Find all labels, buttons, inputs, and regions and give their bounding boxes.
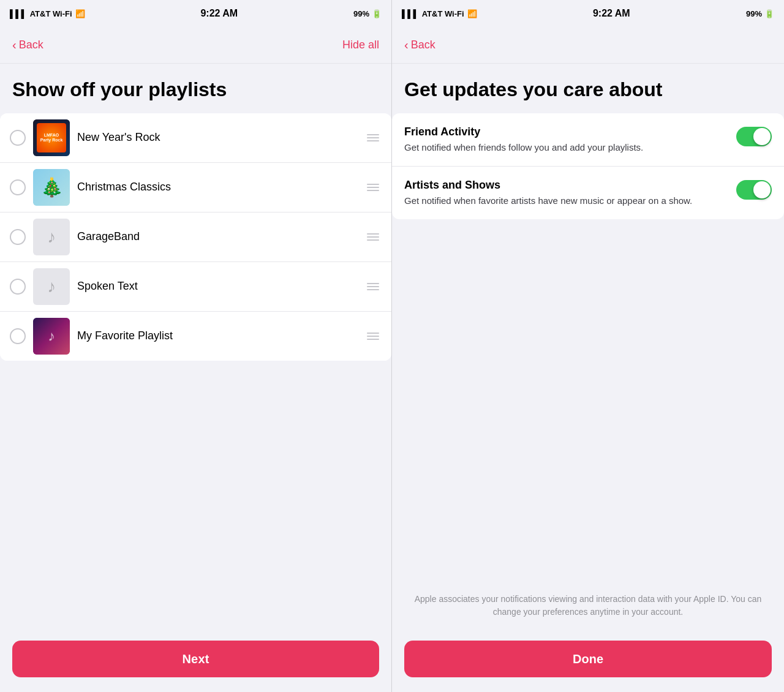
playlist-radio-garageband[interactable] <box>10 229 26 245</box>
right-time: 9:22 AM <box>593 8 630 19</box>
left-nav-bar: ‹ Back Hide all <box>0 27 391 64</box>
album-art-new-years-rock: LMFAOParty Rock <box>33 119 70 156</box>
left-status-bar: ▌▌▌ AT&T Wi-Fi 📶 9:22 AM 99% 🔋 <box>0 0 391 27</box>
playlist-item: 🎄 Christmas Classics <box>0 163 391 212</box>
drag-handle-spoken-text[interactable] <box>364 280 382 293</box>
friend-activity-text: Friend Activity Get notified when friend… <box>404 126 726 154</box>
chevron-left-icon: ‹ <box>404 38 409 52</box>
back-label: Back <box>19 39 43 51</box>
right-carrier-info: ▌▌▌ AT&T Wi-Fi 📶 <box>402 9 477 18</box>
album-art-my-favorite: ♪ <box>33 318 70 355</box>
artists-shows-text: Artists and Shows Get notified when favo… <box>404 179 726 207</box>
notification-item-friend-activity: Friend Activity Get notified when friend… <box>392 113 784 167</box>
drag-handle-christmas-classics[interactable] <box>364 181 382 194</box>
right-nav-bar: ‹ Back <box>392 27 784 64</box>
battery-icon: 🔋 <box>372 9 382 18</box>
footer-note: Apple associates your notifications view… <box>392 581 784 631</box>
wifi-icon: 📶 <box>75 9 85 18</box>
next-button[interactable]: Next <box>12 641 379 677</box>
drag-handle-new-years-rock[interactable] <box>364 132 382 144</box>
playlist-item: ♪ Spoken Text <box>0 262 391 312</box>
playlist-item: ♪ My Favorite Playlist <box>0 312 391 361</box>
playlist-radio-christmas-classics[interactable] <box>10 179 26 195</box>
battery-icon: 🔋 <box>764 9 774 18</box>
signal-icon: ▌▌▌ <box>10 9 27 18</box>
playlist-name-spoken-text: Spoken Text <box>77 280 357 293</box>
battery-label: 99% <box>353 9 369 18</box>
notification-item-artists-shows: Artists and Shows Get notified when favo… <box>392 167 784 219</box>
done-button[interactable]: Done <box>404 641 772 677</box>
wifi-icon: 📶 <box>467 9 477 18</box>
carrier-label: AT&T Wi-Fi <box>422 9 464 18</box>
right-content-area: Get updates you care about Friend Activi… <box>392 64 784 692</box>
drag-handle-garageband[interactable] <box>364 231 382 243</box>
chevron-left-icon: ‹ <box>12 38 17 52</box>
artists-shows-toggle[interactable] <box>736 180 772 200</box>
playlist-name-christmas-classics: Christmas Classics <box>77 181 357 194</box>
toggle-knob <box>753 128 771 145</box>
playlist-radio-new-years-rock[interactable] <box>10 130 26 146</box>
music-note-icon: ♪ <box>47 227 56 247</box>
back-label: Back <box>411 39 435 51</box>
right-page-title: Get updates you care about <box>392 64 784 113</box>
album-art-christmas-classics: 🎄 <box>33 169 70 206</box>
left-battery-info: 99% 🔋 <box>353 9 382 18</box>
friend-activity-title: Friend Activity <box>404 126 726 138</box>
left-bottom-area: Next <box>0 631 391 692</box>
left-page-title: Show off your playlists <box>0 64 391 113</box>
playlist-item: ♪ GarageBand <box>0 212 391 262</box>
drag-handle-my-favorite[interactable] <box>364 330 382 342</box>
artists-shows-desc: Get notified when favorite artists have … <box>404 194 726 207</box>
carrier-label: AT&T Wi-Fi <box>30 9 72 18</box>
toggle-knob <box>753 181 771 198</box>
signal-icon: ▌▌▌ <box>402 9 419 18</box>
right-back-button[interactable]: ‹ Back <box>404 38 435 52</box>
playlist-radio-my-favorite[interactable] <box>10 328 26 344</box>
right-phone-panel: ▌▌▌ AT&T Wi-Fi 📶 9:22 AM 99% 🔋 ‹ Back Ge… <box>392 0 784 692</box>
playlist-name-garageband: GarageBand <box>77 230 357 243</box>
left-content: Show off your playlists LMFAOParty Rock … <box>0 64 391 631</box>
notifications-list: Friend Activity Get notified when friend… <box>392 113 784 219</box>
friend-activity-toggle[interactable] <box>736 127 772 146</box>
playlist-item: LMFAOParty Rock New Year's Rock <box>0 113 391 163</box>
playlist-name-new-years-rock: New Year's Rock <box>77 131 357 144</box>
music-note-icon: ♪ <box>47 277 56 296</box>
album-art-garageband: ♪ <box>33 219 70 255</box>
back-button[interactable]: ‹ Back <box>12 38 43 52</box>
playlist-list: LMFAOParty Rock New Year's Rock 🎄 Christ… <box>0 113 391 361</box>
right-status-bar: ▌▌▌ AT&T Wi-Fi 📶 9:22 AM 99% 🔋 <box>392 0 784 27</box>
battery-label: 99% <box>746 9 762 18</box>
left-phone-panel: ▌▌▌ AT&T Wi-Fi 📶 9:22 AM 99% 🔋 ‹ Back Hi… <box>0 0 392 692</box>
album-art-spoken-text: ♪ <box>33 268 70 305</box>
left-carrier-info: ▌▌▌ AT&T Wi-Fi 📶 <box>10 9 85 18</box>
friend-activity-desc: Get notified when friends follow you and… <box>404 141 726 154</box>
playlist-radio-spoken-text[interactable] <box>10 279 26 295</box>
playlist-name-my-favorite: My Favorite Playlist <box>77 329 357 342</box>
right-bottom-area: Done <box>392 631 784 692</box>
hide-all-label: Hide all <box>342 39 379 51</box>
artists-shows-title: Artists and Shows <box>404 179 726 192</box>
hide-all-button[interactable]: Hide all <box>342 39 379 51</box>
right-battery-info: 99% 🔋 <box>746 9 774 18</box>
left-time: 9:22 AM <box>200 8 238 19</box>
